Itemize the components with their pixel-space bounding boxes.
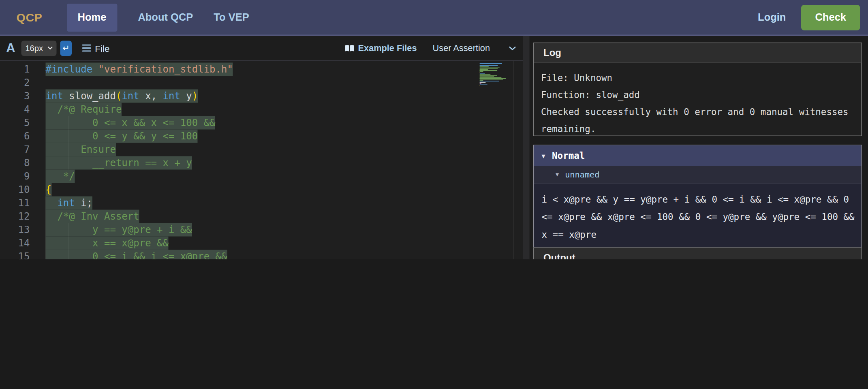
code-line-6[interactable]: 6 0 <= y && y <= 100 [0, 130, 524, 143]
line-number: 11 [0, 197, 46, 210]
code-line-10[interactable]: 10{ [0, 183, 524, 197]
editor-toolbar: A 16px ↵ File Example Files User Asserti… [0, 36, 524, 61]
app-window: QCP HomeAbout QCPTo VEP Login Check A 16… [0, 0, 868, 259]
example-files-icon [344, 44, 354, 52]
user-assertion-select[interactable]: User Assertion [433, 43, 516, 53]
file-menu-label: File [95, 43, 109, 53]
output-panel-title: Output [543, 252, 575, 260]
unnamed-subsection-header[interactable]: ▼ unnamed [534, 166, 862, 184]
minimap-line [480, 84, 487, 85]
code-line-15[interactable]: 15 0 <= i && i <= x@pre && [0, 250, 524, 260]
log-line: File: Unknown [541, 69, 854, 86]
minimap-line [480, 81, 499, 82]
line-number: 13 [0, 223, 46, 237]
menu-icon [82, 45, 92, 52]
code-line-11[interactable]: 11 int i; [0, 197, 524, 210]
font-size-icon[interactable]: A [6, 41, 15, 56]
minimap-line [480, 76, 494, 77]
code-line-2[interactable]: 2 [0, 76, 524, 90]
log-line: Checked successfully with 0 error and 0 … [541, 103, 854, 137]
code-line-5[interactable]: 5 0 <= x && x <= 100 && [0, 116, 524, 130]
indent-guide [46, 197, 47, 260]
indent-guide [69, 116, 70, 170]
collapse-triangle-icon[interactable]: ▼ [556, 171, 559, 177]
line-number: 10 [0, 183, 46, 197]
panel-resizer[interactable] [523, 36, 530, 260]
minimap-line [480, 66, 489, 67]
line-number: 1 [0, 63, 46, 76]
code-line-3[interactable]: 3int slow_add(int x, int y) [0, 90, 524, 103]
brand-logo[interactable]: QCP [17, 11, 43, 24]
assertion-block: ▼ Normal ▼ unnamed i < x@pre && y == y@p… [533, 145, 862, 253]
collapse-triangle-icon[interactable]: ▼ [542, 152, 545, 159]
unnamed-subsection-title: unnamed [565, 170, 599, 180]
font-size-select[interactable]: 16px [21, 41, 57, 56]
word-wrap-button[interactable]: ↵ [60, 41, 72, 56]
file-menu-button[interactable]: File [82, 43, 110, 53]
log-panel-title: Log [543, 47, 561, 58]
code-line-1[interactable]: 1#include "verification_stdlib.h" [0, 63, 524, 76]
minimap-line [480, 65, 498, 66]
minimap-line [480, 68, 498, 69]
line-number: 9 [0, 170, 46, 183]
example-files-button[interactable]: Example Files [344, 43, 417, 53]
indent-guide [69, 223, 70, 260]
nav-tabs: HomeAbout QCPTo VEP [43, 3, 249, 31]
line-number: 3 [0, 90, 46, 103]
log-panel: Log File: UnknownFunction: slow_addCheck… [533, 43, 862, 136]
nav-tab-about-qcp[interactable]: About QCP [138, 3, 193, 31]
minimap-line [480, 79, 504, 80]
minimap-line [480, 74, 491, 75]
code-line-8[interactable]: 8 __return == x + y [0, 156, 524, 170]
code-editor[interactable]: 1#include "verification_stdlib.h"23int s… [0, 61, 524, 259]
minimap-line [480, 73, 485, 74]
normal-section-header[interactable]: ▼ Normal [534, 145, 862, 166]
line-number: 14 [0, 237, 46, 250]
log-panel-header: Log [534, 43, 862, 64]
line-number: 7 [0, 143, 46, 156]
editor-scrollbar[interactable] [513, 61, 524, 259]
check-button[interactable]: Check [801, 4, 860, 30]
nav-tab-home[interactable]: Home [67, 3, 118, 31]
line-number: 2 [0, 76, 46, 90]
top-nav: QCP HomeAbout QCPTo VEP Login Check [0, 0, 868, 36]
user-assertion-value: User Assertion [433, 43, 490, 53]
line-number: 4 [0, 103, 46, 116]
output-panel-header: Output [534, 248, 862, 259]
minimap-line [480, 71, 483, 72]
log-lines: File: UnknownFunction: slow_addChecked s… [534, 63, 862, 143]
code-line-4[interactable]: 4 /*@ Require [0, 103, 524, 116]
example-files-label: Example Files [358, 43, 417, 53]
output-panel: Output Witness Summary:Function: slow_ad… [533, 248, 862, 260]
code-line-12[interactable]: 12 /*@ Inv Assert [0, 210, 524, 223]
font-size-value: 16px [25, 43, 43, 53]
line-number: 12 [0, 210, 46, 223]
line-number: 6 [0, 130, 46, 143]
chevron-down-icon [509, 46, 516, 50]
log-line: Function: slow_add [541, 86, 854, 103]
code-lines: 1#include "verification_stdlib.h"23int s… [0, 61, 524, 259]
normal-section-title: Normal [552, 150, 585, 161]
minimap-line [480, 82, 486, 83]
line-number: 15 [0, 250, 46, 260]
assertion-formula: i < x@pre && y == y@pre + i && 0 <= i &&… [534, 184, 862, 252]
login-button[interactable]: Login [758, 11, 786, 24]
nav-tab-to-vep[interactable]: To VEP [214, 3, 249, 31]
minimap[interactable] [480, 63, 511, 86]
code-line-7[interactable]: 7 Ensure [0, 143, 524, 156]
code-line-13[interactable]: 13 y == y@pre + i && [0, 223, 524, 237]
line-number: 8 [0, 156, 46, 170]
code-line-9[interactable]: 9 */ [0, 170, 524, 183]
chevron-down-icon [47, 46, 53, 50]
minimap-line [480, 63, 502, 64]
code-line-14[interactable]: 14 x == x@pre && [0, 237, 524, 250]
line-number: 5 [0, 116, 46, 130]
minimap-line [480, 85, 481, 86]
